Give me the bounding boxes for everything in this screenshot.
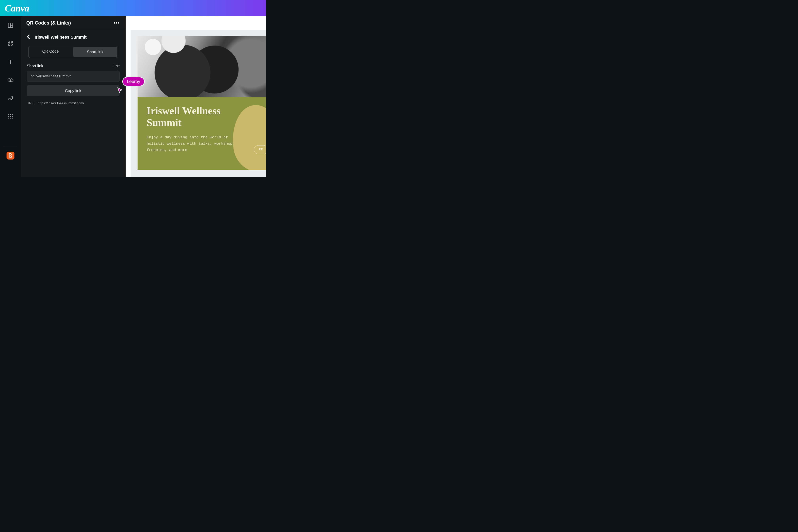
- tool-rail: [0, 16, 21, 177]
- breadcrumb-title: Iriswell Wellness Summit: [35, 35, 87, 40]
- svg-rect-12: [8, 116, 9, 117]
- link-type-toggle: QR Code Short link: [28, 46, 118, 58]
- chevron-left-icon: [27, 34, 30, 40]
- panel-title: QR Codes (& Links): [26, 20, 71, 26]
- main-layout: QR Codes (& Links) ••• Iriswell Wellness…: [0, 16, 266, 177]
- copy-link-button[interactable]: Copy link: [27, 85, 119, 96]
- url-label: URL:: [27, 101, 35, 105]
- content-block[interactable]: Iriswell Wellness Summit Enjoy a day div…: [137, 97, 266, 170]
- bitly-app-icon[interactable]: [6, 152, 15, 159]
- draw-icon[interactable]: [7, 95, 14, 101]
- svg-rect-9: [8, 114, 9, 115]
- text-icon[interactable]: [7, 59, 14, 65]
- app-header: Canva: [0, 0, 266, 16]
- canvas-area[interactable]: Iriswell Wellness Summit Enjoy a day div…: [126, 16, 266, 177]
- svg-rect-16: [10, 118, 11, 118]
- url-value: https://iriswellnesssummit.com/: [38, 101, 84, 105]
- svg-rect-10: [10, 114, 11, 115]
- apps-icon[interactable]: [7, 113, 14, 119]
- more-options-icon[interactable]: •••: [114, 20, 120, 26]
- design-description-text[interactable]: Enjoy a day diving into the world of hol…: [147, 134, 242, 153]
- svg-point-4: [11, 44, 13, 45]
- edit-link-button[interactable]: Edit: [113, 64, 119, 68]
- svg-rect-15: [8, 118, 9, 118]
- short-link-input[interactable]: [27, 71, 119, 82]
- svg-rect-11: [12, 114, 13, 115]
- panel-header: QR Codes (& Links) •••: [21, 16, 126, 30]
- register-button[interactable]: RE: [254, 145, 266, 154]
- design-page[interactable]: Iriswell Wellness Summit Enjoy a day div…: [137, 36, 266, 170]
- destination-url-row: URL: https://iriswellnesssummit.com/: [27, 101, 119, 105]
- qr-links-panel: QR Codes (& Links) ••• Iriswell Wellness…: [21, 16, 126, 177]
- templates-icon[interactable]: [7, 22, 14, 28]
- upload-icon[interactable]: [7, 77, 14, 83]
- svg-rect-3: [8, 44, 10, 45]
- elements-icon[interactable]: [7, 40, 14, 47]
- tab-qr-code[interactable]: QR Code: [28, 46, 73, 58]
- short-link-label: Short link: [27, 64, 43, 68]
- hero-photo[interactable]: [137, 36, 266, 97]
- svg-rect-13: [10, 116, 11, 117]
- svg-rect-14: [12, 116, 13, 117]
- breadcrumb-back[interactable]: Iriswell Wellness Summit: [27, 34, 119, 40]
- svg-rect-17: [12, 118, 13, 118]
- canva-logo: Canva: [5, 3, 29, 14]
- tab-short-link[interactable]: Short link: [73, 47, 117, 57]
